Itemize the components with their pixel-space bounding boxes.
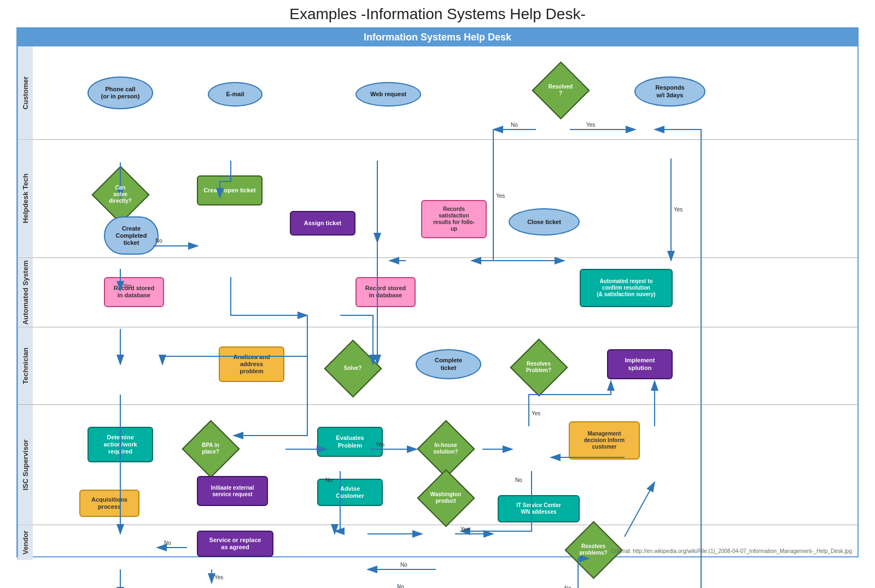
create-completed-ticket-shape: Create Completed ticket [104, 216, 159, 255]
acquisitions-shape: Acquisitions process [79, 490, 139, 517]
svg-text:No: No [400, 562, 407, 568]
lane-label-helpdesk: Helpdesk Tech [18, 140, 33, 257]
records-satisfaction-shape: Records satisfaction results for follo- … [421, 200, 487, 238]
lane-content-technician: Analizea and address problem Solve? Comp… [33, 327, 858, 404]
responds-shape: Responds w/i 3days [634, 77, 705, 107]
complete-ticket-shape: Complete ticket [416, 349, 481, 379]
diagram-container: Information Systems Help Desk Customer P… [16, 27, 859, 557]
record-stored-1-shape: Record stored in database [104, 277, 164, 307]
lane-content-vendor: Service or replace as agreed Resolves pr… [33, 525, 858, 560]
management-decision-shape: Management decision Inform customer [569, 421, 640, 460]
detemine-shape: Detemine action/work required [88, 427, 153, 462]
lane-content-helpdesk: Can solve directly? Create open ticket A… [33, 140, 858, 257]
create-open-ticket-shape: Create open ticket [197, 175, 262, 205]
implement-splution-shape: Implement splution [607, 349, 673, 379]
in-house-diamond: In-house solution? [421, 424, 470, 473]
web-request-shape: Web request [355, 82, 421, 107]
record-stored-2-shape: Record stored in database [355, 277, 416, 307]
solve-diamond: Solve? [328, 344, 377, 393]
automated-request-shape: Automated reqest to confirm resolution (… [580, 269, 673, 307]
svg-text:Yes: Yes [214, 574, 223, 580]
lane-content-automated: Record stored in database Record stored … [33, 258, 858, 327]
lane-label-automated: Automated System [18, 258, 33, 327]
lane-content-isc: Detemine action/work required BPA in pla… [33, 405, 858, 525]
lane-label-vendor: Vendor [18, 525, 33, 560]
advise-customer-shape: Advise Customer [317, 479, 383, 506]
lane-automated: Automated System Record stored in databa… [18, 258, 858, 327]
bpa-diamond: BPA in place? [186, 424, 235, 473]
can-solve-diamond: Can solve directly? [96, 170, 145, 219]
analizea-shape: Analizea and address problem [219, 346, 284, 382]
evaluates-problem-shape: Evaluates Problem [317, 427, 383, 457]
lane-label-isc: ISC Supervisor [18, 405, 33, 525]
lane-label-technician: Technician [18, 327, 33, 404]
it-service-center-shape: IT Service Center WN addesses [498, 495, 580, 522]
footnote: Original: http://en.wikipedia.org/wiki/F… [611, 548, 852, 554]
svg-text:No: No [564, 585, 571, 588]
header-bar: Information Systems Help Desk [18, 28, 858, 46]
lane-helpdesk: Helpdesk Tech Can solve directly? Create… [18, 140, 858, 257]
lane-isc: ISC Supervisor Detemine action/work requ… [18, 405, 858, 525]
washington-diamond: Washington product [421, 473, 470, 522]
lane-vendor: Vendor Service or replace as agreed Reso… [18, 525, 858, 560]
lane-label-customer: Customer [18, 46, 33, 139]
lane-customer: Customer Phone call (or in person) E-mai… [18, 46, 858, 140]
initiaate-shape: Initiaate external service request [197, 476, 268, 506]
lane-technician: Technician Analizea and address problem … [18, 327, 858, 405]
resolves-problem-diamond: Resolves Problem? [514, 343, 563, 392]
svg-text:No: No [397, 584, 404, 588]
email-shape: E-mail [208, 82, 262, 107]
resolved-diamond: Resolved ? [536, 66, 585, 115]
close-ticket-shape: Close ticket [509, 208, 580, 236]
lane-content-customer: Phone call (or in person) E-mail Web req… [33, 46, 858, 139]
swim-lanes: Customer Phone call (or in person) E-mai… [18, 46, 858, 560]
service-replace-shape: Service or replace as agreed [197, 531, 273, 557]
page-title: Examples -Information Systems Help Desk- [0, 0, 875, 27]
assign-ticket-shape: Assign ticket [290, 211, 355, 236]
phone-call-shape: Phone call (or in person) [88, 77, 153, 109]
